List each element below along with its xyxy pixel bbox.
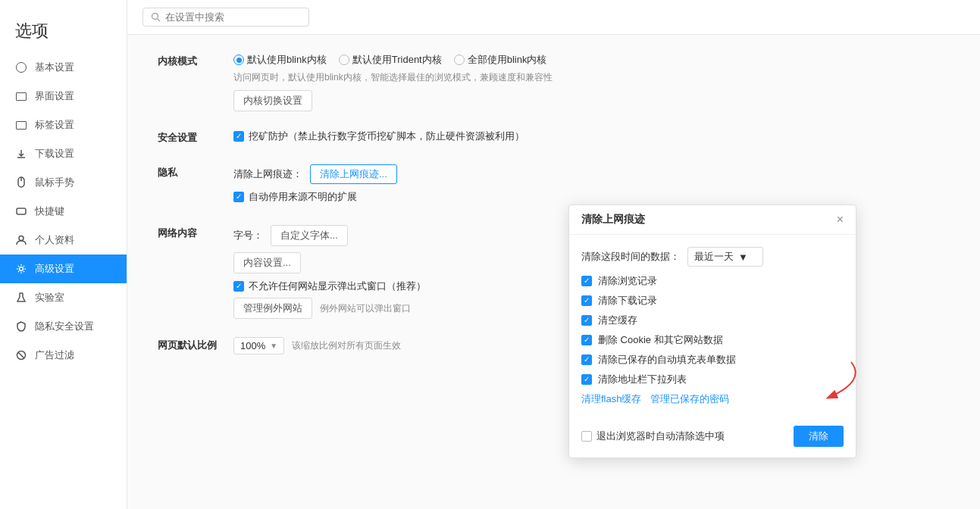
checkbox-cache[interactable]: ✓ 清空缓存 xyxy=(581,314,844,327)
search-wrap[interactable] xyxy=(142,8,309,27)
saved-password-link[interactable]: 管理已保存的密码 xyxy=(650,392,729,406)
privacy-section: 隐私 清除上网痕迹： 清除上网痕迹... ✓ 自动停用来源不明的扩展 xyxy=(158,164,950,207)
sidebar-item-profile[interactable]: 个人资料 xyxy=(0,226,127,254)
security-section: 安全设置 ✓ 挖矿防护（禁止执行数字货币挖矿脚本，防止硬件资源被利用） xyxy=(158,130,950,146)
font-button[interactable]: 自定义字体... xyxy=(271,225,348,246)
radio-trident[interactable]: 默认使用Trident内核 xyxy=(339,53,442,67)
security-content: ✓ 挖矿防护（禁止执行数字货币挖矿脚本，防止硬件资源被利用） xyxy=(233,130,950,146)
exception-button[interactable]: 管理例外网站 xyxy=(233,298,312,319)
radio-blink-all[interactable]: 全部使用blink内核 xyxy=(454,53,547,67)
mining-checkbox[interactable]: ✓ 挖矿防护（禁止执行数字货币挖矿脚本，防止硬件资源被利用） xyxy=(233,130,950,143)
checkbox-download-box: ✓ xyxy=(581,295,592,306)
time-label: 清除这段时间的数据： xyxy=(581,250,680,264)
sidebar-item-label: 快捷键 xyxy=(35,205,64,218)
checkbox-browse-box: ✓ xyxy=(581,276,592,286)
sidebar-item-shortcut[interactable]: 快捷键 xyxy=(0,197,127,226)
checkbox-cookie-box: ✓ xyxy=(581,335,592,345)
dialog-header: 清除上网痕迹 × xyxy=(569,205,856,235)
links-section: 清理flash缓存 管理已保存的密码 xyxy=(581,392,844,406)
radio-dot-blink-all xyxy=(454,55,465,65)
dialog-close-button[interactable]: × xyxy=(837,214,844,226)
popup-box: ✓ xyxy=(233,281,244,292)
sidebar-item-adfilter[interactable]: 广告过滤 xyxy=(0,341,127,370)
sidebar-item-label: 基本设置 xyxy=(35,61,74,74)
checkbox-address-label: 清除地址栏下拉列表 xyxy=(598,373,687,386)
radio-blink-default[interactable]: 默认使用blink内核 xyxy=(233,53,327,67)
checkbox-cookie[interactable]: ✓ 删除 Cookie 和其它网站数据 xyxy=(581,333,844,347)
mining-checkbox-box: ✓ xyxy=(233,131,244,142)
svg-point-4 xyxy=(19,236,23,241)
auto-disable-box: ✓ xyxy=(233,192,244,202)
checkbox-form[interactable]: ✓ 清除已保存的自动填充表单数据 xyxy=(581,353,844,367)
radio-label-trident: 默认使用Trident内核 xyxy=(352,53,442,67)
popup-label: 不允许任何网站显示弹出式窗口（推荐） xyxy=(249,279,426,293)
clear-traces-button[interactable]: 清除上网痕迹... xyxy=(310,164,397,184)
sidebar-item-label: 鼠标手势 xyxy=(35,176,74,189)
privacy-row: 隐私 清除上网痕迹： 清除上网痕迹... ✓ 自动停用来源不明的扩展 xyxy=(158,164,950,207)
dialog-body: 清除这段时间的数据： 最近一天 ▼ ✓ 清除浏览记录 ✓ 清除下载记录 ✓ 清空… xyxy=(569,235,856,418)
search-bar xyxy=(127,0,980,35)
clear-row: 清除上网痕迹： 清除上网痕迹... xyxy=(233,164,950,184)
kernel-radio-group: 默认使用blink内核 默认使用Trident内核 全部使用blink内核 xyxy=(233,53,950,67)
flash-cache-link[interactable]: 清理flash缓存 xyxy=(581,392,641,406)
privacy-security-icon xyxy=(15,320,27,333)
search-icon xyxy=(151,12,161,22)
kernel-row: 内核模式 默认使用blink内核 默认使用Trident内核 xyxy=(158,53,950,111)
checkbox-cache-label: 清空缓存 xyxy=(598,314,637,327)
time-value: 最近一天 xyxy=(694,250,734,264)
dialog-footer: 退出浏览器时自动清除选中项 清除 xyxy=(569,418,856,457)
sidebar-item-ui[interactable]: 界面设置 xyxy=(0,82,127,111)
zoom-value: 100% xyxy=(240,340,265,351)
time-arrow: ▼ xyxy=(738,251,748,263)
privacy-label: 隐私 xyxy=(158,164,218,180)
kernel-label: 内核模式 xyxy=(158,53,218,68)
search-input[interactable] xyxy=(165,11,294,23)
adfilter-icon xyxy=(15,349,27,361)
content-settings-button[interactable]: 内容设置... xyxy=(233,252,301,273)
svg-point-8 xyxy=(152,14,158,20)
dialog-links: 清理flash缓存 管理已保存的密码 xyxy=(581,392,844,406)
footer-left: 退出浏览器时自动清除选中项 xyxy=(581,429,725,443)
zoom-arrow: ▼ xyxy=(270,342,277,350)
ui-icon xyxy=(15,90,27,102)
security-label: 安全设置 xyxy=(158,130,218,145)
sidebar-item-label: 高级设置 xyxy=(35,262,74,276)
mouse-icon xyxy=(15,176,27,189)
checkbox-cookie-label: 删除 Cookie 和其它网站数据 xyxy=(598,333,723,347)
sidebar-item-tab[interactable]: 标签设置 xyxy=(0,111,127,139)
lab-icon xyxy=(15,292,27,304)
network-label: 网络内容 xyxy=(158,225,218,240)
zoom-select[interactable]: 100% ▼ xyxy=(233,337,284,354)
sidebar-item-privacy-security[interactable]: 隐私安全设置 xyxy=(0,312,127,341)
kernel-hint: 访问网页时，默认使用blink内核，智能选择最佳的浏览模式，兼顾速度和兼容性 xyxy=(233,71,950,84)
checkbox-browse[interactable]: ✓ 清除浏览记录 xyxy=(581,274,844,288)
clear-traces-dialog: 清除上网痕迹 × 清除这段时间的数据： 最近一天 ▼ ✓ 清除浏览记录 ✓ 清除… xyxy=(568,205,856,458)
sidebar-item-lab[interactable]: 实验室 xyxy=(0,283,127,312)
sidebar-item-label: 隐私安全设置 xyxy=(35,320,94,333)
sidebar-item-label: 广告过滤 xyxy=(35,348,74,362)
security-row: 安全设置 ✓ 挖矿防护（禁止执行数字货币挖矿脚本，防止硬件资源被利用） xyxy=(158,130,950,146)
sidebar-item-download[interactable]: 下载设置 xyxy=(0,139,127,168)
sidebar-item-advanced[interactable]: 高级设置 xyxy=(0,254,127,283)
svg-point-5 xyxy=(20,267,23,271)
download-icon xyxy=(15,148,27,160)
zoom-hint: 该缩放比例对所有页面生效 xyxy=(292,339,401,352)
time-select[interactable]: 最近一天 ▼ xyxy=(687,247,763,267)
tab-icon xyxy=(15,119,27,131)
clear-button[interactable]: 清除 xyxy=(794,426,844,447)
sidebar-item-mouse[interactable]: 鼠标手势 xyxy=(0,168,127,197)
checkbox-cache-box: ✓ xyxy=(581,315,592,326)
checkbox-download[interactable]: ✓ 清除下载记录 xyxy=(581,294,844,308)
footer-checkbox-label: 退出浏览器时自动清除选中项 xyxy=(596,429,725,443)
sidebar-item-label: 实验室 xyxy=(35,291,64,304)
sidebar-item-label: 下载设置 xyxy=(35,147,74,161)
auto-disable-checkbox[interactable]: ✓ 自动停用来源不明的扩展 xyxy=(233,190,950,204)
advanced-icon xyxy=(15,263,27,275)
kernel-switch-button[interactable]: 内核切换设置 xyxy=(233,90,312,111)
kernel-content: 默认使用blink内核 默认使用Trident内核 全部使用blink内核 访问… xyxy=(233,53,950,111)
checkbox-address[interactable]: ✓ 清除地址栏下拉列表 xyxy=(581,373,844,386)
footer-checkbox-box xyxy=(581,431,592,442)
mining-label: 挖矿防护（禁止执行数字货币挖矿脚本，防止硬件资源被利用） xyxy=(249,130,524,143)
sidebar-item-basic[interactable]: 基本设置 xyxy=(0,53,127,82)
radio-label-blink-all: 全部使用blink内核 xyxy=(468,53,547,67)
